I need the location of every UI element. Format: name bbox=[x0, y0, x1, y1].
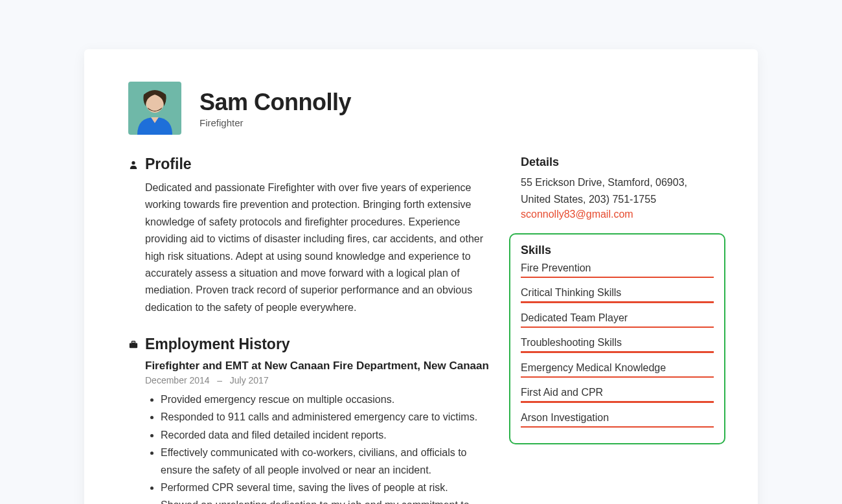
skill-item: Emergency Medical Knowledge bbox=[521, 362, 714, 378]
list-item: Responded to 911 calls and administered … bbox=[161, 408, 490, 426]
header-text: Sam Connolly Firefighter bbox=[199, 89, 351, 128]
skill-name: Fire Prevention bbox=[521, 262, 714, 274]
skill-bar bbox=[521, 401, 714, 403]
skill-name: Critical Thinking Skills bbox=[521, 287, 714, 299]
skill-item: Fire Prevention bbox=[521, 262, 714, 279]
job-end: July 2017 bbox=[230, 375, 269, 385]
skill-bar bbox=[521, 301, 714, 303]
job-start: December 2014 bbox=[145, 375, 210, 385]
section-header: Employment History bbox=[128, 336, 490, 353]
svg-rect-3 bbox=[130, 343, 137, 348]
skill-item: Critical Thinking Skills bbox=[521, 287, 714, 303]
section-header: Profile bbox=[128, 155, 490, 173]
profile-title: Profile bbox=[145, 155, 192, 173]
employment-title: Employment History bbox=[145, 336, 290, 353]
side-column: Details 55 Erickson Drive, Stamford, 069… bbox=[521, 155, 714, 504]
resume-page: Sam Connolly Firefighter Profile Dedicat… bbox=[84, 49, 758, 504]
job-title: Firefighter and EMT at New Canaan Fire D… bbox=[128, 360, 490, 372]
skill-item: Arson Investigation bbox=[521, 412, 714, 428]
skill-bar bbox=[521, 326, 714, 328]
skill-name: Emergency Medical Knowledge bbox=[521, 362, 714, 374]
list-item: Performed CPR several time, saving the l… bbox=[161, 479, 490, 496]
email-link[interactable]: sconnolly83@gmail.com bbox=[521, 209, 633, 220]
skill-name: Dedicated Team Player bbox=[521, 312, 714, 324]
list-item: Recorded data and filed detailed inciden… bbox=[161, 426, 490, 444]
skill-name: First Aid and CPR bbox=[521, 387, 714, 398]
avatar bbox=[128, 82, 181, 135]
details-section: Details 55 Erickson Drive, Stamford, 069… bbox=[521, 155, 714, 220]
skill-name: Troubleshooting Skills bbox=[521, 337, 714, 349]
skill-item: Troubleshooting Skills bbox=[521, 337, 714, 353]
date-separator: – bbox=[217, 375, 222, 385]
skill-item: Dedicated Team Player bbox=[521, 312, 714, 328]
employment-section: Employment History Firefighter and EMT a… bbox=[128, 336, 490, 504]
profile-text: Dedicated and passionate Firefighter wit… bbox=[128, 179, 490, 316]
skill-item: First Aid and CPR bbox=[521, 387, 714, 403]
main-column: Profile Dedicated and passionate Firefig… bbox=[128, 155, 490, 504]
svg-rect-4 bbox=[131, 341, 135, 343]
person-icon bbox=[128, 159, 139, 170]
profile-section: Profile Dedicated and passionate Firefig… bbox=[128, 155, 490, 316]
resume-header: Sam Connolly Firefighter bbox=[128, 82, 714, 135]
list-item: Effectively communicated with co-workers… bbox=[161, 444, 490, 479]
skill-bar bbox=[521, 376, 714, 378]
list-item: Showed an unrelenting dedication to my j… bbox=[161, 496, 490, 504]
details-title: Details bbox=[521, 155, 714, 169]
person-name: Sam Connolly bbox=[199, 89, 351, 116]
skill-bar bbox=[521, 426, 714, 428]
job-bullets: Provided emergency rescue on multiple oc… bbox=[128, 391, 490, 504]
job-dates: December 2014 – July 2017 bbox=[128, 375, 490, 385]
person-title: Firefighter bbox=[199, 117, 351, 128]
briefcase-icon bbox=[128, 339, 139, 350]
skills-section: Skills Fire Prevention Critical Thinking… bbox=[509, 233, 725, 445]
svg-point-2 bbox=[131, 161, 135, 164]
skills-title: Skills bbox=[521, 244, 714, 257]
skill-bar bbox=[521, 277, 714, 279]
skill-name: Arson Investigation bbox=[521, 412, 714, 424]
resume-body: Profile Dedicated and passionate Firefig… bbox=[128, 155, 714, 504]
details-address: 55 Erickson Drive, Stamford, 06903, Unit… bbox=[521, 174, 714, 209]
list-item: Provided emergency rescue on multiple oc… bbox=[161, 391, 490, 408]
skill-bar bbox=[521, 351, 714, 353]
